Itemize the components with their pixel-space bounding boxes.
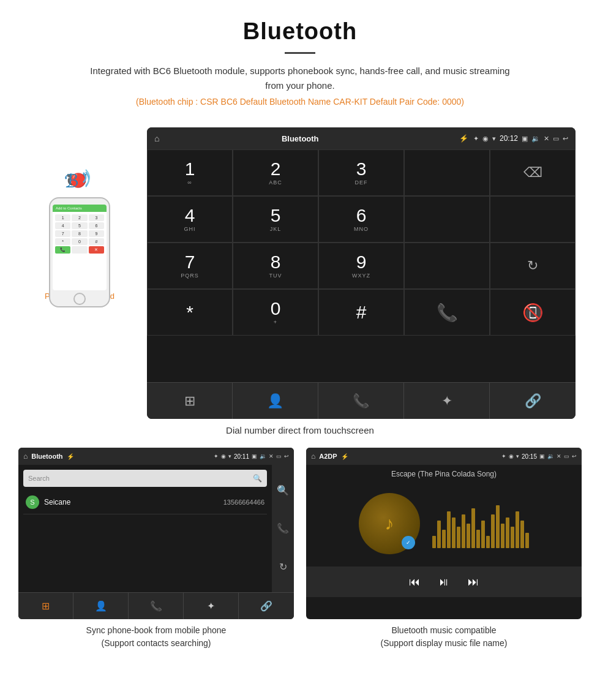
bluetooth-signal-icon: ➿ 🔴 ℬ xyxy=(61,164,98,195)
eq-bar xyxy=(471,508,475,548)
small-nav-bt[interactable]: ✦ xyxy=(184,593,239,619)
music-back-icon[interactable]: ↩ xyxy=(572,453,577,459)
call-button[interactable]: 📞 xyxy=(404,289,490,336)
eq-bar xyxy=(462,514,465,548)
page-specs: (Bluetooth chip : CSR BC6 Default Blueto… xyxy=(12,97,588,107)
music-cam-icon[interactable]: ▣ xyxy=(539,453,545,459)
dial-caption: Dial number direct from touchscreen xyxy=(0,419,600,448)
phonebook-refresh-icon[interactable]: ↻ xyxy=(279,561,287,573)
eq-bar xyxy=(481,521,485,548)
phone-key-end: ✕ xyxy=(89,246,104,254)
contact-row[interactable]: S Seicane 13566664466 xyxy=(23,491,267,514)
small-loc-icon: ◉ xyxy=(221,453,226,459)
car-bottom-nav: ⊞ 👤 📞 ✦ 🔗 xyxy=(147,382,576,419)
contact-number: 13566664466 xyxy=(223,499,264,506)
dial-key-5[interactable]: 5 JKL xyxy=(233,196,318,243)
nav-settings[interactable]: 🔗 xyxy=(490,383,576,419)
prev-track-button[interactable]: ⏮ xyxy=(409,576,420,589)
svg-text:ℬ: ℬ xyxy=(64,171,79,191)
dial-key-star[interactable]: * xyxy=(147,289,233,336)
small-usb-icon: ⚡ xyxy=(67,453,74,460)
end-call-icon: 📵 xyxy=(522,303,544,323)
phonebook-call-icon[interactable]: 📞 xyxy=(277,522,289,534)
dial-empty-2 xyxy=(404,196,490,243)
music-win-icon[interactable]: ▭ xyxy=(564,453,569,459)
dial-key-4[interactable]: 4 GHI xyxy=(147,196,233,243)
dial-key-7[interactable]: 7 PQRS xyxy=(147,243,233,289)
end-call-button[interactable]: 📵 xyxy=(490,289,576,336)
music-bt-icon: ✦ xyxy=(501,453,506,459)
small-nav-link[interactable]: 🔗 xyxy=(239,593,294,619)
small-back-icon[interactable]: ↩ xyxy=(284,453,289,459)
car-dialpad-screen: ⌂ Bluetooth ⚡ ✦ ◉ ▾ 20:12 ▣ 🔉 ✕ ▭ ↩ 1 ∞ xyxy=(147,127,576,419)
dial-key-8[interactable]: 8 TUV xyxy=(233,243,318,289)
close-icon[interactable]: ✕ xyxy=(544,135,549,143)
phonebook-screen: ⌂ Bluetooth ⚡ ✦ ◉ ▾ 20:11 ▣ 🔉 ✕ ▭ ↩ xyxy=(18,448,294,619)
dial-key-1[interactable]: 1 ∞ xyxy=(147,149,233,196)
phonebook-title: Bluetooth xyxy=(31,453,62,460)
phone-container: ➿ 🔴 ℬ Add to Contacts xyxy=(24,127,135,301)
music-vol-icon[interactable]: 🔉 xyxy=(547,453,554,459)
eq-bar xyxy=(486,536,490,548)
volume-icon[interactable]: 🔉 xyxy=(531,135,540,143)
phone-body: Add to Contacts 1 2 3 4 5 6 7 8 9 * 0 xyxy=(49,197,110,307)
music-close-icon[interactable]: ✕ xyxy=(557,453,561,459)
wifi-icon: ▾ xyxy=(492,135,496,143)
dial-key-9[interactable]: 9 WXYZ xyxy=(318,243,404,289)
dial-key-6[interactable]: 6 MNO xyxy=(318,196,404,243)
usb-icon: ⚡ xyxy=(459,134,468,143)
play-pause-button[interactable]: ⏯ xyxy=(438,576,449,589)
dial-key-2[interactable]: 2 ABC xyxy=(233,149,318,196)
music-note-icon: ♪ xyxy=(385,513,394,534)
phone-screen: Add to Contacts 1 2 3 4 5 6 7 8 9 * 0 xyxy=(53,205,107,290)
search-bar[interactable]: Search 🔍 xyxy=(23,470,267,487)
next-track-button[interactable]: ⏭ xyxy=(468,576,479,589)
eq-bar xyxy=(447,511,451,548)
phonebook-status-bar: ⌂ Bluetooth ⚡ ✦ ◉ ▾ 20:11 ▣ 🔉 ✕ ▭ ↩ xyxy=(18,448,294,465)
bt-circle-icon: ✓ xyxy=(402,536,415,549)
small-home-icon[interactable]: ⌂ xyxy=(23,452,28,461)
search-icon: 🔍 xyxy=(253,474,262,483)
music-screen: ⌂ A2DP ⚡ ✦ ◉ ▾ 20:15 ▣ 🔉 ✕ ▭ ↩ Escape (T… xyxy=(306,448,582,619)
phone-graphic: ➿ 🔴 ℬ Add to Contacts xyxy=(43,164,116,287)
back-icon[interactable]: ↩ xyxy=(563,135,568,143)
nav-bluetooth[interactable]: ✦ xyxy=(404,383,490,419)
music-home-icon[interactable]: ⌂ xyxy=(311,452,315,461)
window-icon[interactable]: ▭ xyxy=(553,135,559,143)
dial-empty-3 xyxy=(490,196,576,243)
backspace-icon: ⌫ xyxy=(523,165,542,181)
location-icon: ◉ xyxy=(482,135,489,143)
search-placeholder: Search xyxy=(28,475,253,482)
dial-key-hash[interactable]: # xyxy=(318,289,404,336)
eq-bar xyxy=(496,505,500,548)
phonebook-search-icon[interactable]: 🔍 xyxy=(277,484,289,496)
small-nav-dialpad[interactable]: ⊞ xyxy=(18,593,73,619)
nav-dialpad[interactable]: ⊞ xyxy=(147,383,233,419)
dial-key-0[interactable]: 0 + xyxy=(233,289,318,336)
eq-bar xyxy=(432,536,436,548)
refresh-cell[interactable]: ↻ xyxy=(490,243,576,289)
music-status-bar: ⌂ A2DP ⚡ ✦ ◉ ▾ 20:15 ▣ 🔉 ✕ ▭ ↩ xyxy=(306,448,582,465)
small-vol-icon[interactable]: 🔉 xyxy=(260,453,266,459)
backspace-cell[interactable]: ⌫ xyxy=(490,149,576,196)
phone-screen-header: Add to Contacts xyxy=(53,205,107,212)
phone-key-hash: # xyxy=(89,238,104,245)
eq-bar xyxy=(467,524,470,548)
eq-bar xyxy=(520,521,524,548)
phone-key-call: 📞 xyxy=(55,246,70,254)
nav-call[interactable]: 📞 xyxy=(318,383,404,419)
small-cam-icon[interactable]: ▣ xyxy=(252,453,257,459)
small-win-icon[interactable]: ▭ xyxy=(276,453,282,459)
small-nav-contacts[interactable]: 👤 xyxy=(73,593,129,619)
small-close-icon[interactable]: ✕ xyxy=(269,453,274,459)
nav-contacts[interactable]: 👤 xyxy=(233,383,318,419)
dial-empty-1 xyxy=(404,149,490,196)
bt-status-icon: ✦ xyxy=(473,135,479,143)
camera-icon[interactable]: ▣ xyxy=(522,135,528,143)
eq-bar xyxy=(452,517,456,548)
dial-key-3[interactable]: 3 DEF xyxy=(318,149,404,196)
phone-key-3: 3 xyxy=(89,214,104,221)
phone-key-8: 8 xyxy=(72,230,87,237)
small-nav-call[interactable]: 📞 xyxy=(129,593,184,619)
small-bt-icon: ✦ xyxy=(214,453,219,459)
